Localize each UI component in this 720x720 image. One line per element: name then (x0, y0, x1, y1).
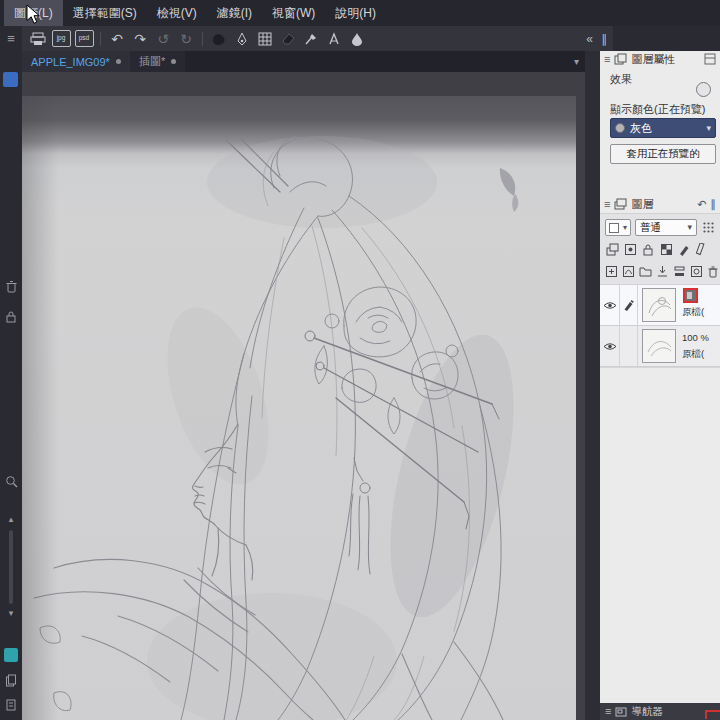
droplet-icon[interactable] (347, 29, 367, 49)
delete-layer-icon[interactable] (707, 264, 719, 278)
lock-transparency-icon[interactable] (659, 242, 673, 256)
layer-property-icon (614, 53, 627, 67)
layer-mask-icon[interactable] (690, 264, 703, 278)
trash-icon[interactable] (0, 279, 22, 293)
left-tool-strip: ≡ ▴ ▾ (0, 26, 22, 720)
new-raster-layer-icon[interactable] (605, 264, 618, 278)
strip-menu-icon[interactable]: ≡ (0, 31, 22, 46)
layer-opacity: 100 % (682, 332, 718, 343)
opacity-dots-icon[interactable] (701, 221, 715, 235)
canvas-area[interactable] (22, 72, 585, 720)
undo-icon[interactable]: ↶ (107, 29, 127, 49)
collapse-toolbar-icon[interactable]: « (586, 32, 593, 46)
scrollbar-thumb[interactable] (9, 530, 13, 604)
navigator-view-frame (705, 710, 720, 719)
menu-window[interactable]: 視窗(W) (262, 0, 325, 26)
effect-label: 效果 (610, 72, 632, 87)
menu-help[interactable]: 說明(H) (325, 0, 386, 26)
blend-mode-select[interactable]: 普通 ▾ (635, 219, 697, 236)
effect-circle-button[interactable] (696, 82, 711, 97)
draft-layer-icon[interactable] (677, 242, 691, 256)
teal-tool-tile[interactable] (4, 648, 18, 662)
command-toolbar: jpg psd ↶ ↷ ↺ ↻ « ∥ (22, 26, 613, 51)
eyedropper-icon[interactable] (301, 29, 321, 49)
new-vector-layer-icon[interactable] (622, 264, 635, 278)
workspace-tile[interactable] (3, 72, 18, 87)
navigator-icon (615, 703, 627, 720)
layer-panel-header: ≡ 圖層 ↶ ∥ (600, 196, 720, 213)
panel-extra-icon[interactable] (704, 53, 716, 67)
tab-apple-img09[interactable]: APPLE_IMG09* (22, 51, 130, 72)
zoom-icon[interactable] (0, 475, 22, 488)
layer-name: 原檔( (682, 348, 718, 361)
layer-row-1[interactable]: 原檔( (600, 285, 720, 326)
layer-name: 原檔( (682, 306, 718, 319)
apply-preview-button[interactable]: 套用正在預覽的 (610, 144, 716, 164)
white-swatch-icon (609, 223, 619, 233)
toolbar-separator (202, 32, 203, 46)
grid-icon[interactable] (255, 29, 275, 49)
navigator-panel-header[interactable]: ≡ 導航器 (600, 703, 720, 720)
export-psd-icon[interactable]: psd (74, 29, 94, 49)
canvas-image-pencil-sketch (22, 96, 576, 720)
lock-icon[interactable] (0, 310, 22, 323)
page-icon[interactable] (0, 698, 22, 711)
chevron-down-icon: ▾ (706, 124, 711, 133)
layer-visibility-toggle[interactable] (600, 285, 620, 325)
tab-illustration[interactable]: 插圖* (130, 51, 185, 72)
layer-property-body: 效果 顯示顏色(正在預覽) 灰色 ▾ 套用正在預覽的 (600, 68, 720, 172)
gray-sphere-icon (615, 123, 625, 133)
redo-icon[interactable]: ↷ (130, 29, 150, 49)
layer-row-2[interactable]: 100 % 原檔( (600, 326, 720, 367)
display-color-select[interactable]: 灰色 ▾ (610, 118, 716, 138)
layer-color-select[interactable]: ▾ (605, 219, 631, 236)
scroll-up-icon[interactable]: ▴ (0, 514, 22, 524)
reference-layer-icon[interactable] (623, 242, 637, 256)
navigator-title: 導航器 (631, 705, 663, 719)
mouse-cursor (26, 4, 41, 25)
clip-to-layer-icon[interactable] (605, 242, 619, 256)
selection-tool-icon[interactable] (209, 29, 229, 49)
rotate-ccw-icon[interactable]: ↺ (153, 29, 173, 49)
tab-label: 插圖* (139, 54, 165, 69)
page-icon[interactable] (0, 674, 22, 687)
document-tab-bar: APPLE_IMG09* 插圖* ▾ (22, 51, 585, 72)
new-folder-icon[interactable] (639, 264, 652, 278)
chevron-down-icon: ▾ (623, 224, 627, 232)
export-jpg-icon[interactable]: jpg (51, 29, 71, 49)
right-dock: ≡ 圖層屬性 效果 顯示顏色(正在預覽) 灰色 ▾ 套用正在預覽的 ≡ 圖層 ↶… (600, 51, 720, 720)
tab-label: APPLE_IMG09* (31, 56, 110, 68)
transfer-down-icon[interactable] (656, 264, 669, 278)
panel-menu-icon[interactable]: ≡ (604, 199, 610, 210)
panel-history-icon[interactable]: ↶ (697, 199, 706, 210)
editing-layer-pencil-icon (620, 285, 638, 325)
editing-column-empty (620, 326, 638, 366)
layer-color-preview-chip[interactable] (683, 288, 698, 303)
rotate-cw-icon[interactable]: ↻ (176, 29, 196, 49)
layer-property-title: 圖層屬性 (631, 52, 675, 67)
blend-tool-icon[interactable] (324, 29, 344, 49)
pen-tool-icon[interactable] (232, 29, 252, 49)
merge-down-icon[interactable] (673, 264, 686, 278)
panel-menu-icon[interactable]: ≡ (605, 706, 611, 717)
menu-selection[interactable]: 選擇範圍(S) (63, 0, 147, 26)
eraser-tool-icon[interactable] (278, 29, 298, 49)
layer-visibility-toggle[interactable] (600, 326, 620, 366)
scroll-down-icon[interactable]: ▾ (0, 608, 22, 618)
display-color-value: 灰色 (630, 121, 652, 136)
panel-menu-icon[interactable]: ≡ (604, 54, 610, 65)
panel-handle-icon[interactable]: ∥ (711, 199, 717, 210)
sketch-drawing (22, 96, 576, 720)
ruler-icon[interactable] (695, 242, 709, 256)
layer-thumbnail[interactable] (642, 288, 676, 322)
toolbar-handle-icon[interactable]: ∥ (601, 32, 607, 46)
tab-list-chevron-icon[interactable]: ▾ (574, 51, 585, 72)
print-icon[interactable] (28, 29, 48, 49)
layer-property-panel-header: ≡ 圖層屬性 (600, 51, 720, 68)
layer-controls: ▾ 普通 ▾ (600, 213, 720, 285)
dock-gutter[interactable] (585, 51, 600, 720)
menu-filter[interactable]: 濾鏡(I) (207, 0, 262, 26)
menu-view[interactable]: 檢視(V) (147, 0, 207, 26)
lock-layer-icon[interactable] (641, 242, 655, 256)
layer-thumbnail[interactable] (642, 329, 676, 363)
